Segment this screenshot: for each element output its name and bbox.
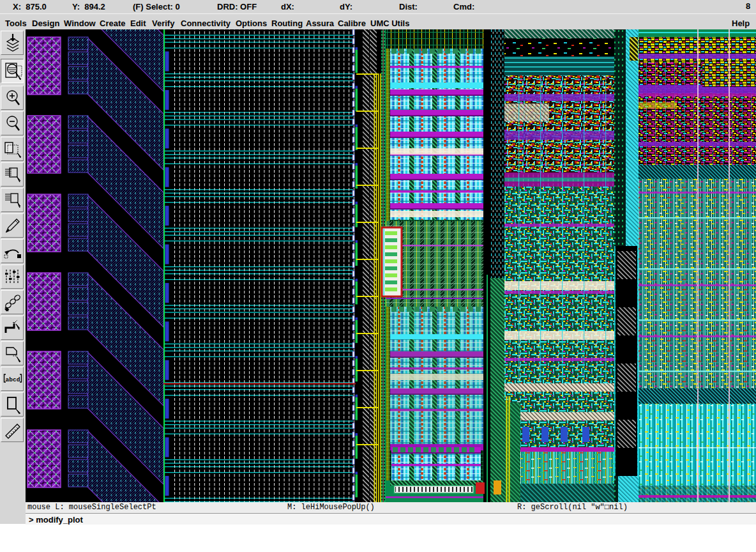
svg-text:abcd: abcd: [6, 376, 20, 383]
